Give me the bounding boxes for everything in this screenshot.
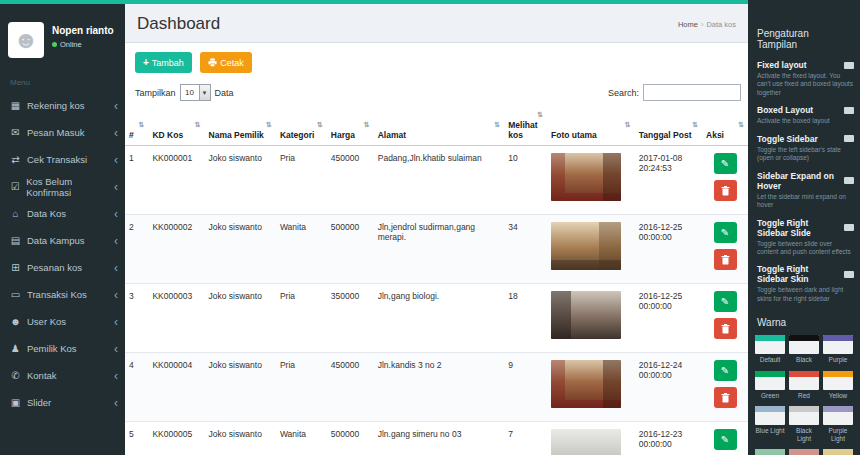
toggle-checkbox[interactable]: [844, 62, 854, 69]
kos-table: ⇅# ⇅KD Kos ⇅Nama Pemilik ⇅Kategori ⇅Harg…: [125, 109, 748, 455]
pencil-icon: ✎: [721, 434, 729, 445]
col-header-kategori[interactable]: ⇅Kategori: [276, 109, 327, 146]
sidebar-item-rekening-kos[interactable]: ▦Rekening kos‹: [0, 92, 125, 119]
top-navbar: [0, 0, 748, 4]
edit-button[interactable]: ✎: [714, 360, 737, 381]
toggle-checkbox[interactable]: [844, 271, 854, 278]
skin-swatch-yellow[interactable]: Yellow: [823, 371, 853, 399]
edit-button[interactable]: ✎: [714, 222, 737, 243]
sort-icon: ⇅: [639, 121, 698, 130]
page-length-select[interactable]: 10 ▼: [180, 84, 211, 101]
sidebar-item-data-kampus[interactable]: ▤Data Kampus‹: [0, 227, 125, 254]
sidebar-item-label: Rekening kos: [27, 100, 85, 111]
col-header-no[interactable]: ⇅#: [125, 109, 148, 146]
skin-swatch-yellow-light[interactable]: Yellow: [823, 449, 853, 455]
cell-no: 1: [125, 146, 148, 215]
col-header-aksi[interactable]: ⇅Aksi: [702, 109, 748, 146]
swatch-label: Black: [789, 356, 819, 363]
col-header-tanggal-post[interactable]: ⇅Tanggal Post: [635, 109, 702, 146]
users-icon: ☻: [9, 316, 22, 327]
swatch-label: Black Light: [789, 427, 819, 442]
cell-kd: KK000002: [148, 215, 204, 284]
edit-button[interactable]: ✎: [714, 153, 737, 174]
skin-swatch-purple[interactable]: Purple: [823, 335, 853, 363]
toolbar: +Tambah Cetak: [125, 43, 748, 77]
toggle-checkbox[interactable]: [844, 107, 854, 114]
pencil-icon: ✎: [721, 227, 729, 238]
skin-swatch-red[interactable]: Red: [789, 371, 819, 399]
swatch-label: Red: [789, 392, 819, 399]
user-status: Online: [52, 40, 114, 49]
toggle-checkbox[interactable]: [844, 177, 854, 184]
col-header-alamat[interactable]: ⇅Alamat: [374, 109, 505, 146]
search-input[interactable]: [643, 84, 741, 101]
kos-photo: [551, 222, 621, 270]
sidebar-item-pesan-masuk[interactable]: ✉Pesan Masuk‹: [0, 119, 125, 146]
skin-swatch-black-light[interactable]: Black Light: [789, 406, 819, 442]
edit-button[interactable]: ✎: [714, 291, 737, 312]
toggle-checkbox[interactable]: [844, 224, 854, 231]
setting-title: Toggle Right Sidebar Skin: [757, 264, 841, 284]
sidebar-item-slider[interactable]: ▣Slider‹: [0, 389, 125, 416]
skin-swatch-green[interactable]: Green: [755, 371, 785, 399]
skin-swatch-black[interactable]: Black: [789, 335, 819, 363]
cell-tanggal: 2017-01-08 20:24:53: [635, 146, 702, 215]
skin-swatch-purple-light[interactable]: Purple Light: [823, 406, 853, 442]
breadcrumb: Home›Data kos: [678, 20, 736, 29]
sidebar-item-pemilik-kos[interactable]: ♟Pemilik Kos‹: [0, 335, 125, 362]
sidebar-item-label: Pesan Masuk: [27, 127, 85, 138]
skin-swatch-green-light[interactable]: Green: [755, 449, 785, 455]
swatch-color: [755, 406, 785, 412]
cell-kd: KK000004: [148, 353, 204, 422]
setting-right-sidebar-slide: Toggle Right Sidebar Slide Toggle betwee…: [748, 218, 860, 257]
swatch-label: Yellow: [823, 392, 853, 399]
col-header-foto-utama[interactable]: ⇅Foto utama: [547, 109, 635, 146]
skin-color-grid: Default Black Purple Green Red Yellow Bl…: [748, 335, 860, 455]
cell-pemilik: Joko siswanto: [205, 215, 276, 284]
col-header-melihat-kos[interactable]: ⇅Melihat kos: [504, 109, 547, 146]
sidebar-item-pesanan-kos[interactable]: ⊞Pesanan kos‹: [0, 254, 125, 281]
skin-swatch-default[interactable]: Default: [755, 335, 785, 363]
sidebar-item-kos-belum-konfirmasi[interactable]: ☑Kos Belum Konfirmasi‹: [0, 173, 125, 200]
swatch-label: Purple: [823, 356, 853, 363]
breadcrumb-home-link[interactable]: Home: [678, 20, 698, 29]
swatch-color: [789, 406, 819, 412]
cell-harga: 500000: [327, 422, 374, 455]
skin-swatch-blue-light[interactable]: Blue Light: [755, 406, 785, 442]
search-control: Search:: [608, 84, 741, 101]
tambah-button[interactable]: +Tambah: [135, 52, 192, 73]
delete-button[interactable]: [714, 249, 737, 270]
cart-icon: ⊞: [9, 262, 22, 273]
table-controls: Tampilkan 10 ▼ Data Search:: [125, 77, 748, 109]
cell-pemilik: Joko siswanto: [205, 284, 276, 353]
online-dot-icon: [52, 42, 57, 47]
delete-button[interactable]: [714, 387, 737, 408]
sidebar-item-data-kos[interactable]: ⌂Data Kos‹: [0, 200, 125, 227]
cetak-button[interactable]: Cetak: [200, 52, 252, 73]
col-header-label: KD Kos: [152, 130, 183, 140]
delete-button[interactable]: [714, 318, 737, 339]
col-header-kd-kos[interactable]: ⇅KD Kos: [148, 109, 204, 146]
chevron-left-icon: ‹: [114, 370, 118, 382]
person-icon: ☻: [13, 28, 38, 52]
skin-swatch-red-light[interactable]: Red Light: [789, 449, 819, 455]
cell-melihat: 10: [504, 146, 547, 215]
col-header-nama-pemilik[interactable]: ⇅Nama Pemilik: [205, 109, 276, 146]
sidebar-item-transaksi-kos[interactable]: ▭Transaksi Kos‹: [0, 281, 125, 308]
toggle-checkbox[interactable]: [844, 135, 854, 142]
phone-icon: ✆: [9, 370, 22, 381]
setting-desc: Let the sidebar mini expand on hover: [757, 193, 854, 210]
sort-icon: ⇅: [508, 111, 543, 120]
sidebar-item-kontak[interactable]: ✆Kontak‹: [0, 362, 125, 389]
pencil-icon: ✎: [721, 158, 729, 169]
kos-photo: [551, 429, 621, 455]
sort-icon: ⇅: [129, 121, 144, 130]
sidebar-item-cek-transaksi[interactable]: ⇄Cek Transaksi‹: [0, 146, 125, 173]
col-header-harga[interactable]: ⇅Harga: [327, 109, 374, 146]
edit-button[interactable]: ✎: [714, 429, 737, 450]
chevron-left-icon: ‹: [114, 316, 118, 328]
cell-aksi: ✎: [702, 353, 748, 422]
exchange-icon: ⇄: [9, 154, 22, 165]
delete-button[interactable]: [714, 180, 737, 201]
sidebar-item-user-kos[interactable]: ☻User Kos‹: [0, 308, 125, 335]
